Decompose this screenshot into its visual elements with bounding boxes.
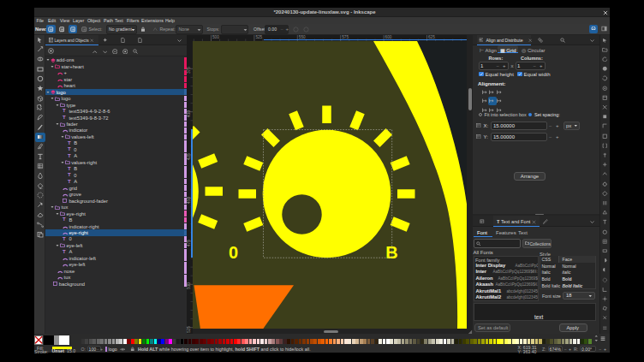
svg-text:0: 0 (229, 242, 238, 261)
